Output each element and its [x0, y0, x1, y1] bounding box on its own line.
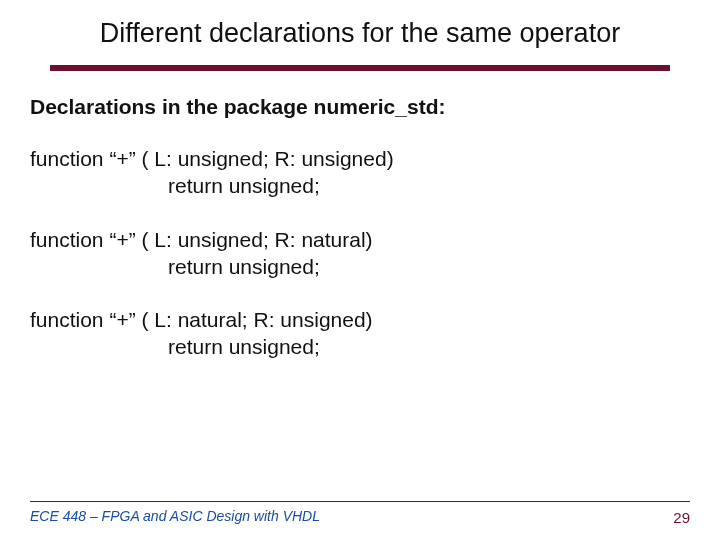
subheading: Declarations in the package numeric_std:: [30, 95, 690, 119]
page-title: Different declarations for the same oper…: [30, 18, 690, 49]
footer: ECE 448 – FPGA and ASIC Design with VHDL: [30, 501, 690, 524]
footer-rule: [30, 501, 690, 502]
page-number: 29: [673, 509, 690, 526]
declaration-1: function “+” ( L: unsigned; R: natural) …: [30, 226, 690, 281]
code-line: function “+” ( L: unsigned; R: natural): [30, 226, 690, 253]
code-line: return unsigned;: [30, 253, 690, 280]
declaration-2: function “+” ( L: natural; R: unsigned) …: [30, 306, 690, 361]
code-line: function “+” ( L: natural; R: unsigned): [30, 306, 690, 333]
declaration-0: function “+” ( L: unsigned; R: unsigned)…: [30, 145, 690, 200]
code-line: return unsigned;: [30, 333, 690, 360]
title-rule: [50, 65, 670, 71]
code-line: return unsigned;: [30, 172, 690, 199]
slide: Different declarations for the same oper…: [0, 0, 720, 540]
code-line: function “+” ( L: unsigned; R: unsigned): [30, 145, 690, 172]
footer-text: ECE 448 – FPGA and ASIC Design with VHDL: [30, 508, 690, 524]
